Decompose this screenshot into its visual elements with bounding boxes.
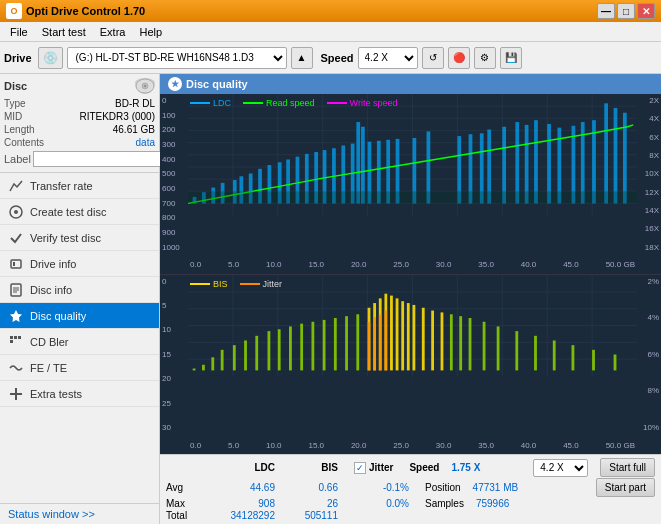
disc-quality-title: Disc quality xyxy=(186,78,248,90)
sidebar-item-disc-info[interactable]: Disc info xyxy=(0,277,159,303)
app-icon: O xyxy=(6,3,22,19)
app-title: Opti Drive Control 1.70 xyxy=(26,5,145,17)
jitter-checkbox[interactable]: ✓ xyxy=(354,462,366,474)
ldc-legend-color xyxy=(190,102,210,104)
svg-rect-102 xyxy=(278,329,281,370)
sidebar-item-extra-tests[interactable]: Extra tests xyxy=(0,381,159,407)
drive-label: Drive xyxy=(4,52,32,64)
svg-rect-96 xyxy=(211,357,214,370)
speed-select-toolbar[interactable]: 4.2 X xyxy=(358,47,418,69)
speed-select-stats[interactable]: 4.2 X xyxy=(533,459,588,477)
legend-read-speed: Read speed xyxy=(243,98,315,108)
total-label: Total xyxy=(166,510,202,521)
label-key: Label xyxy=(4,153,31,165)
svg-rect-107 xyxy=(334,318,337,370)
sidebar-item-transfer-rate[interactable]: Transfer rate xyxy=(0,173,159,199)
samples-label: Samples xyxy=(425,498,464,509)
svg-rect-104 xyxy=(300,323,303,370)
label-input[interactable] xyxy=(33,151,166,167)
length-label: Length xyxy=(4,124,35,135)
close-button[interactable]: ✕ xyxy=(637,3,655,19)
ldc-max: 908 xyxy=(210,498,275,509)
sidebar-item-cd-bler[interactable]: CD Bler xyxy=(0,329,159,355)
svg-rect-97 xyxy=(221,349,224,370)
sidebar-item-disc-quality[interactable]: Disc quality xyxy=(0,303,159,329)
save-button[interactable]: 💾 xyxy=(500,47,522,69)
start-full-button[interactable]: Start full xyxy=(600,458,655,477)
toolbar-btn-1[interactable]: 🔴 xyxy=(448,47,470,69)
svg-rect-6 xyxy=(13,262,15,266)
bottom-chart-svg xyxy=(188,275,637,378)
bottom-chart: BIS Jitter 30 25 20 15 10 5 0 xyxy=(160,275,661,455)
svg-rect-109 xyxy=(356,314,359,370)
disc-section-title: Disc xyxy=(4,80,27,92)
disc-quality-label: Disc quality xyxy=(30,310,86,322)
position-label: Position xyxy=(425,482,461,493)
svg-point-2 xyxy=(144,85,146,87)
disc-icon xyxy=(135,78,155,94)
svg-rect-76 xyxy=(604,103,608,203)
drive-info-icon xyxy=(8,256,24,272)
maximize-button[interactable]: □ xyxy=(617,3,635,19)
legend-jitter: Jitter xyxy=(240,279,283,289)
speed-label: Speed xyxy=(321,52,354,64)
top-chart-x-axis: 0.0 5.0 10.0 15.0 20.0 25.0 30.0 35.0 40… xyxy=(188,256,637,274)
extra-tests-label: Extra tests xyxy=(30,388,82,400)
stats-max-row: Max 908 26 0.0% Samples 759966 xyxy=(166,498,655,509)
legend-write-speed: Write speed xyxy=(327,98,398,108)
bis-col-header: BIS xyxy=(283,462,338,473)
stats-total-row: Total 34128292 505111 xyxy=(166,510,655,521)
menu-file[interactable]: File xyxy=(4,24,34,40)
svg-rect-12 xyxy=(10,336,13,339)
jitter-check-group: ✓ Jitter xyxy=(354,462,393,474)
create-test-disc-label: Create test disc xyxy=(30,206,106,218)
start-part-button[interactable]: Start part xyxy=(596,478,655,497)
disc-quality-icon xyxy=(8,308,24,324)
top-chart-y-axis-right: 18X 16X 14X 12X 10X 8X 6X 4X 2X xyxy=(637,94,661,254)
svg-rect-132 xyxy=(614,354,617,370)
drive-select[interactable]: (G:) HL-DT-ST BD-RE WH16NS48 1.D3 xyxy=(67,47,287,69)
svg-rect-128 xyxy=(534,335,537,370)
sidebar-item-verify-test-disc[interactable]: Verify test disc xyxy=(0,225,159,251)
sidebar-item-create-test-disc[interactable]: Create test disc xyxy=(0,199,159,225)
svg-rect-105 xyxy=(311,321,314,370)
extra-tests-icon xyxy=(8,386,24,402)
svg-rect-123 xyxy=(459,316,462,370)
menu-start-test[interactable]: Start test xyxy=(36,24,92,40)
sidebar-item-drive-info[interactable]: Drive info xyxy=(0,251,159,277)
refresh-button[interactable]: ↺ xyxy=(422,47,444,69)
jitter-legend-color xyxy=(240,283,260,285)
menu-help[interactable]: Help xyxy=(133,24,168,40)
write-speed-legend-color xyxy=(327,102,347,104)
drive-icon-btn[interactable]: 💿 xyxy=(38,47,63,69)
eject-button[interactable]: ▲ xyxy=(291,47,313,69)
status-window-link[interactable]: Status window >> xyxy=(0,503,159,524)
sidebar-item-fe-te[interactable]: FE / TE xyxy=(0,355,159,381)
disc-quality-header: ★ Disc quality xyxy=(160,74,661,94)
stats-avg-row: Avg 44.69 0.66 -0.1% Position 47731 MB S… xyxy=(166,478,655,497)
fe-te-icon xyxy=(8,360,24,376)
menu-extra[interactable]: Extra xyxy=(94,24,132,40)
svg-rect-98 xyxy=(233,345,236,370)
bis-legend-color xyxy=(190,283,210,285)
top-chart-svg xyxy=(188,94,637,216)
max-label: Max xyxy=(166,498,202,509)
svg-rect-131 xyxy=(592,349,595,370)
verify-test-disc-icon xyxy=(8,230,24,246)
cd-bler-icon xyxy=(8,334,24,350)
minimize-button[interactable]: — xyxy=(597,3,615,19)
menu-bar: File Start test Extra Help xyxy=(0,22,661,42)
verify-test-disc-label: Verify test disc xyxy=(30,232,101,244)
disc-info-icon xyxy=(8,282,24,298)
disc-panel: Disc Type BD-R DL MID RITEKDR3 (000) Le xyxy=(0,74,159,173)
bottom-chart-x-axis: 0.0 5.0 10.0 15.0 20.0 25.0 30.0 35.0 40… xyxy=(188,436,637,454)
top-chart: LDC Read speed Write speed 1000 900 8 xyxy=(160,94,661,275)
toolbar-btn-2[interactable]: ⚙ xyxy=(474,47,496,69)
cd-bler-label: CD Bler xyxy=(30,336,69,348)
svg-rect-121 xyxy=(441,312,444,370)
content-area: ★ Disc quality LDC Read speed xyxy=(160,74,661,524)
type-value: BD-R DL xyxy=(115,98,155,109)
read-speed-legend-color xyxy=(243,102,263,104)
avg-label: Avg xyxy=(166,482,202,493)
jitter-col-header: Jitter xyxy=(369,462,393,473)
